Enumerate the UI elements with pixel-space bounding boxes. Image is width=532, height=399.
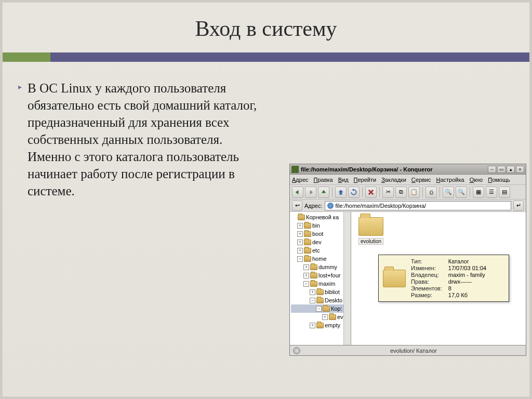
- copy-button[interactable]: ⧉: [395, 187, 407, 198]
- tree-label: dummy: [318, 264, 337, 270]
- tooltip-label: Тип:: [411, 258, 442, 264]
- folder-icon: [304, 231, 311, 237]
- tooltip-value: 17,0 Кб: [448, 292, 486, 298]
- tree-item[interactable]: Корневой ка: [291, 213, 351, 221]
- tooltip-label: Права:: [411, 278, 442, 285]
- tooltip-label: Владелец:: [411, 272, 442, 278]
- view-detail-button[interactable]: ▤: [499, 187, 510, 198]
- minimize-button[interactable]: –: [488, 166, 496, 173]
- menu-item[interactable]: Помощь: [488, 177, 510, 183]
- tree-label: bibliot: [325, 289, 340, 295]
- menu-item[interactable]: Адрес: [292, 177, 309, 183]
- properties-tooltip: Тип:КаталогИзменен:17/07/03 01:04Владеле…: [378, 255, 509, 302]
- tooltip-value: Каталог: [448, 258, 486, 264]
- home-button[interactable]: [335, 187, 347, 198]
- menu-item[interactable]: Настройка: [436, 177, 464, 183]
- up-button[interactable]: [318, 187, 329, 198]
- folder-icon: [323, 306, 330, 312]
- tree-item[interactable]: +lost+four: [291, 271, 351, 280]
- tree-item[interactable]: +dev: [291, 238, 351, 246]
- tree-toggle-icon[interactable]: −: [316, 306, 322, 312]
- tree-item[interactable]: +empty: [291, 321, 351, 329]
- tree-toggle-icon[interactable]: +: [303, 273, 309, 278]
- close-button[interactable]: ×: [516, 166, 524, 173]
- tree-label: maxim: [318, 281, 335, 287]
- folder-icon: [304, 240, 311, 245]
- tree-label: bin: [312, 222, 320, 229]
- folder-item[interactable]: evolution: [358, 217, 383, 245]
- menu-item[interactable]: Вид: [338, 177, 349, 183]
- tree-item[interactable]: +boot: [291, 230, 351, 238]
- cut-button[interactable]: ✂: [382, 187, 394, 198]
- tooltip-value: 8: [448, 285, 486, 291]
- zoom-out-button[interactable]: 🔍: [456, 187, 467, 198]
- app-icon: [291, 166, 299, 173]
- tree-toggle-icon[interactable]: +: [303, 264, 309, 270]
- address-input[interactable]: file:/home/maxim/Desktop/Корзина/: [325, 201, 511, 210]
- accent-bar: [3, 52, 529, 62]
- view-list-button[interactable]: ☰: [486, 187, 497, 198]
- folder-icon: [316, 289, 324, 295]
- tree-item[interactable]: +dummy: [291, 263, 351, 271]
- tree-item[interactable]: −Кор:: [291, 304, 351, 313]
- slide-body: ▸ В ОС Linux у каждого пользователя обяз…: [18, 79, 268, 200]
- file-view[interactable]: evolution Тип:КаталогИзменен:17/07/03 01…: [351, 212, 526, 345]
- stop-button[interactable]: [365, 187, 377, 198]
- menu-item[interactable]: Перейти: [354, 177, 377, 183]
- folder-label: evolution: [358, 238, 383, 245]
- tree-toggle-icon[interactable]: −: [310, 298, 315, 303]
- menu-item[interactable]: Правка: [314, 177, 333, 183]
- forward-button[interactable]: [305, 187, 316, 198]
- slide-title: Вход в систему: [3, 16, 529, 41]
- tooltip-value: 17/07/03 01:04: [448, 265, 486, 271]
- folder-icon: [383, 270, 406, 287]
- tree-item[interactable]: +bin: [291, 221, 351, 230]
- tree-toggle-icon[interactable]: +: [310, 289, 315, 295]
- tree-label: Кор:: [331, 305, 342, 312]
- print-button[interactable]: ⎙: [425, 187, 437, 198]
- status-text: evolution/ Каталог: [304, 348, 523, 354]
- paste-button[interactable]: 📋: [408, 187, 420, 198]
- tree-item[interactable]: −maxim: [291, 280, 351, 288]
- tree-label: boot: [312, 231, 323, 237]
- body-text: В ОС Linux у каждого пользователя обязат…: [28, 79, 268, 200]
- nav-clear-button[interactable]: ↩: [292, 201, 302, 211]
- folder-icon: [310, 264, 317, 270]
- address-label: Адрес:: [304, 203, 323, 209]
- tree-item[interactable]: −home: [291, 255, 351, 263]
- tree-label: empty: [325, 322, 340, 328]
- tooltip-value: maxim - family: [448, 272, 486, 278]
- folder-icon: [316, 323, 324, 328]
- tree-item[interactable]: +ev: [291, 313, 351, 321]
- back-button[interactable]: [292, 187, 303, 198]
- tree-toggle-icon[interactable]: −: [303, 281, 309, 287]
- folder-icon: [304, 256, 311, 262]
- tooltip-label: Изменен:: [411, 265, 442, 271]
- tree-item[interactable]: +etc: [291, 246, 351, 255]
- view-icons-button[interactable]: ▦: [473, 187, 484, 198]
- tree-toggle-icon[interactable]: −: [297, 256, 303, 262]
- tree-toggle-icon[interactable]: +: [297, 240, 303, 245]
- menu-item[interactable]: Сервис: [411, 177, 431, 183]
- zoom-in-button[interactable]: 🔍: [443, 187, 454, 198]
- tree-label: ev: [337, 314, 343, 320]
- tree-toggle-icon[interactable]: +: [322, 314, 328, 320]
- folder-icon: [298, 215, 305, 220]
- menu-item[interactable]: Окно: [470, 177, 483, 183]
- tree-toggle-icon[interactable]: +: [297, 223, 303, 229]
- tree-toggle-icon[interactable]: +: [297, 231, 303, 237]
- tree-scrollbar[interactable]: [343, 212, 351, 345]
- tree-label: Deskto: [325, 297, 342, 303]
- tree-item[interactable]: +bibliot: [291, 288, 351, 296]
- titlebar[interactable]: file:/home/maxim/Desktop/Корзина/ - Konq…: [290, 164, 526, 175]
- shade-button[interactable]: ▴: [507, 166, 515, 173]
- tree-toggle-icon[interactable]: +: [297, 248, 303, 254]
- tree-toggle-icon[interactable]: +: [310, 323, 315, 328]
- tree-item[interactable]: −Deskto: [291, 296, 351, 304]
- tree-panel[interactable]: Корневой ка+bin+boot+dev+etc−home+dummy+…: [290, 212, 351, 345]
- maximize-button[interactable]: ▭: [497, 166, 506, 173]
- menu-item[interactable]: Закладки: [381, 177, 406, 183]
- folder-icon: [304, 223, 311, 229]
- reload-button[interactable]: [348, 187, 360, 198]
- go-button[interactable]: ↵: [513, 201, 524, 211]
